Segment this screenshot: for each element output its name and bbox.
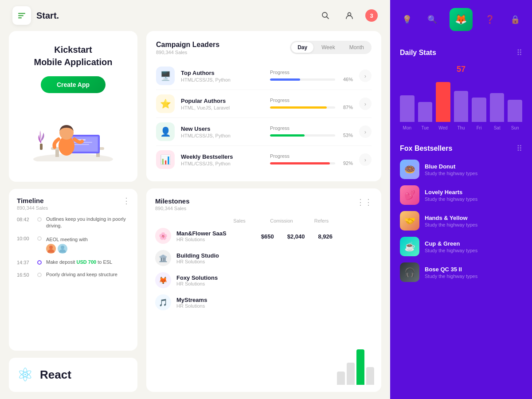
sidebar-icon-fox-active[interactable]: 🦊 [450, 8, 473, 31]
progress-bar-wrap [270, 78, 335, 81]
timeline-dot [37, 217, 42, 222]
chart-bar-sat [490, 93, 505, 122]
progress-bar [270, 134, 305, 137]
daily-stats-section: Daily Stats ⠿ 57 Mon Tue Wed Thu Fri Sat… [390, 39, 532, 139]
daily-stats-chart [400, 78, 522, 122]
mini-bar-chart [337, 349, 374, 385]
left-column: Kickstart Mobile Application Create App [9, 31, 137, 392]
chart-bar-sun [508, 100, 522, 122]
campaign-subtitle: 890,344 Sales [156, 50, 219, 55]
sidebar-icon-lock[interactable]: 🔒 [507, 12, 523, 27]
react-label: React [40, 368, 71, 382]
fox-item-cup-green: ☕ Cup & Green Study the highway types [400, 237, 522, 256]
progress-bar-wrap [270, 106, 335, 109]
campaign-arrow-button[interactable]: › [359, 98, 372, 110]
campaign-header: Campaign Leaders 890,344 Sales Day Week … [156, 41, 372, 55]
fox-bestsellers-header: Fox Bestsellers ⠿ [400, 144, 522, 153]
campaign-row-popular-authors: ⭐ Popular Authors HTML, VueJS, Laravel P… [156, 90, 372, 118]
progress-bar [270, 78, 300, 81]
timeline-menu[interactable]: ⋮ [122, 196, 130, 206]
header-right: 3 [317, 8, 378, 23]
chart-bar-thu [454, 91, 469, 122]
create-app-button[interactable]: Create App [41, 76, 106, 93]
fox-bestsellers-menu[interactable]: ⠿ [516, 144, 522, 153]
sidebar-icon-search[interactable]: 🔍 [424, 12, 440, 27]
progress-bar [270, 162, 330, 164]
svg-rect-2 [18, 17, 22, 19]
timeline-item: 08:42 Outlines keep you indulging in poo… [17, 216, 129, 230]
timeline-item: 14:37 Make deposit USD 700 to ESL [17, 259, 129, 266]
milestones-card: Milestones 890,344 Sales ⋮⋮ Sales Comiss… [146, 188, 381, 392]
daily-stats-menu[interactable]: ⠿ [516, 48, 522, 58]
mini-bar [356, 349, 364, 385]
campaign-tabs: Day Week Month [290, 41, 372, 54]
right-column: Campaign Leaders 890,344 Sales Day Week … [146, 31, 381, 392]
sidebar-icon-bulb[interactable]: 💡 [399, 12, 415, 27]
mini-bar [337, 372, 345, 385]
svg-rect-1 [18, 15, 23, 16]
tab-week[interactable]: Week [315, 42, 341, 53]
milestone-icon: 🏛️ [155, 250, 171, 266]
svg-point-6 [33, 154, 113, 161]
milestone-icon: 🌸 [155, 228, 171, 244]
timeline-title: Timeline [17, 197, 129, 204]
stat-refers: 8,926 [318, 232, 332, 240]
fox-img-blue-donut: 🍩 [400, 160, 419, 179]
stat-sales: $650 [261, 232, 274, 240]
campaign-card: Campaign Leaders 890,344 Sales Day Week … [146, 31, 381, 181]
fox-bestsellers-title: Fox Bestsellers [400, 145, 452, 153]
timeline-item: 10:00 AEOL meeting with [17, 235, 129, 254]
milestones-col-headers: Sales Comission Refers [155, 218, 372, 223]
search-icon[interactable] [317, 8, 333, 23]
react-logo-icon: ⚛ [17, 364, 34, 386]
milestones-menu[interactable]: ⋮⋮ [356, 197, 372, 207]
react-banner: ⚛ React [9, 358, 137, 392]
fox-bestsellers-section: Fox Bestsellers ⠿ 🍩 Blue Donut Study the… [390, 139, 532, 399]
milestone-icon: 🎵 [155, 294, 171, 310]
campaign-arrow-button[interactable]: › [359, 125, 372, 138]
svg-rect-18 [40, 144, 43, 150]
timeline-dot [37, 236, 42, 241]
progress-bar-wrap [270, 162, 335, 164]
notification-badge[interactable]: 3 [365, 9, 378, 22]
daily-peak-value: 57 [400, 65, 522, 74]
svg-point-19 [49, 246, 53, 249]
logo-icon [12, 6, 31, 25]
timeline-subtitle: 890,344 Sales [17, 205, 129, 211]
milestones-header: Milestones 890,344 Sales ⋮⋮ [155, 197, 372, 211]
tab-day[interactable]: Day [291, 42, 313, 53]
timeline-dot [37, 260, 42, 265]
campaign-row-top-authors: 🖥️ Top Authors HTML/CSS/JS, Python Progr… [156, 62, 372, 90]
kickstart-illustration [18, 104, 129, 161]
campaign-title: Campaign Leaders [156, 41, 219, 49]
fox-img-bose-qc35: 🎧 [400, 262, 419, 282]
chart-labels: Mon Tue Wed Thu Fri Sat Sun [400, 125, 522, 130]
milestone-row: 🌸 Man&Flower SaaS HR Solutions $650 $2,0… [155, 228, 372, 244]
right-sidebar: 💡 🔍 🦊 ❓ 🔒 Daily Stats ⠿ 57 Mon Tue Wed T… [390, 0, 532, 399]
header: Start. 3 [0, 0, 390, 31]
popular-authors-icon: ⭐ [156, 94, 175, 113]
campaign-row-weekly-bestsellers: 📊 Weekly Bestsellers HTML/CSS/JS, Python… [156, 146, 372, 173]
kickstart-title: Kickstart Mobile Application [34, 43, 112, 68]
timeline-dot [37, 273, 42, 277]
progress-bar [270, 106, 327, 109]
stat-commission: $2,040 [287, 232, 305, 240]
milestone-row: 🦊 Foxy Solutions HR Solutions [155, 272, 372, 288]
svg-line-4 [327, 17, 329, 19]
daily-stats-title: Daily Stats [400, 49, 436, 57]
milestone-row: 🏛️ Building Studio HR Solutions [155, 250, 372, 266]
campaign-arrow-button[interactable]: › [359, 153, 372, 166]
user-icon[interactable] [341, 8, 357, 23]
mini-bar [366, 367, 374, 385]
meeting-avatars [46, 244, 129, 254]
daily-stats-header: Daily Stats ⠿ [400, 48, 522, 58]
chart-bar-mon [400, 95, 415, 122]
tab-month[interactable]: Month [343, 42, 370, 53]
fox-item-blue-donut: 🍩 Blue Donut Study the highway types [400, 160, 522, 179]
chart-bar-tue [418, 102, 433, 122]
svg-point-20 [61, 246, 64, 249]
sidebar-icon-question[interactable]: ❓ [482, 12, 498, 27]
campaign-arrow-button[interactable]: › [359, 70, 372, 82]
fox-img-hands-yellow: 🤝 [400, 211, 419, 231]
milestones-subtitle: 890,344 Sales [155, 206, 190, 211]
